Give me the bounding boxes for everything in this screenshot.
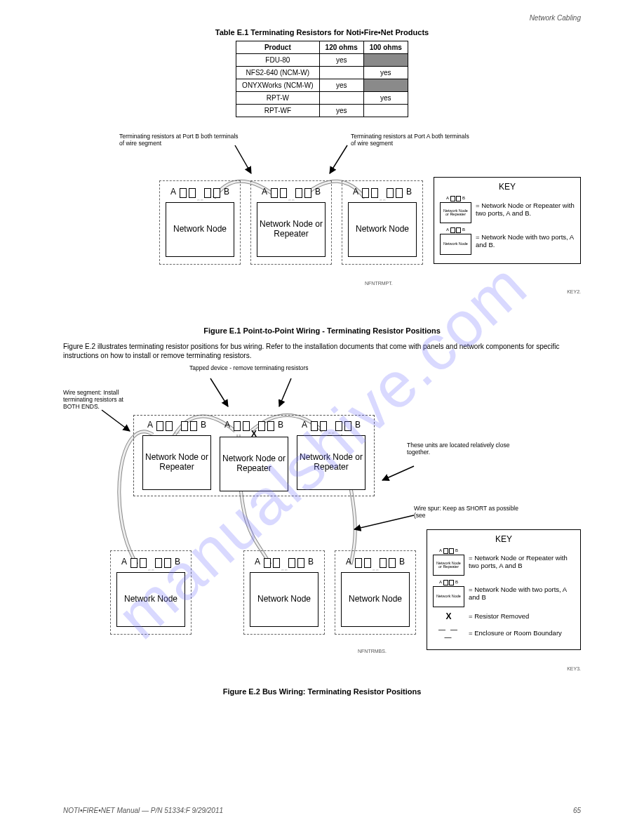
network-node: A B ⎓ ⎓ Network Node xyxy=(166,187,234,257)
svg-line-4 xyxy=(279,378,291,406)
fig2-label-close: These units are located relatively close… xyxy=(407,442,512,456)
port-b-label: B xyxy=(455,548,458,554)
port-b-label: B xyxy=(315,187,321,197)
page: Network Cabling Table E.1 Terminating Re… xyxy=(0,0,644,834)
key-dash-icon: — — — xyxy=(433,626,464,641)
table-header: Product 120 ohms 100 ohms xyxy=(236,41,408,54)
enclosure: A B ⎓ ⎓ Network Node xyxy=(159,180,241,265)
network-node: A B ⎓ ⎓ Network Node xyxy=(348,187,417,257)
key-text: = Enclosure or Room Boundary xyxy=(469,630,562,637)
fig2-label-spur: Wire spur: Keep as SHORT as possible (se… xyxy=(414,505,519,519)
svg-line-3 xyxy=(210,378,228,406)
node-label: Network Node or Repeater xyxy=(142,435,211,490)
cell: ONYXWorks (NCM-W) xyxy=(236,79,319,92)
network-node: A B ⎓ ⎓ Network Node xyxy=(341,557,410,627)
network-node: A B ⎓ ⎓ Network Node xyxy=(250,557,318,627)
key-title: KEY xyxy=(440,182,575,192)
port-a-label: A xyxy=(353,187,358,197)
enclosure: A B ⎓ ⎓ Network Node xyxy=(243,550,325,635)
node-label: Network Node xyxy=(348,202,417,257)
key-x-icon: X xyxy=(433,611,464,621)
port-a-label: A xyxy=(147,420,153,430)
port-b-label: B xyxy=(175,557,180,567)
port-a-label: A xyxy=(346,557,351,567)
node-label: Network Node or Repeater xyxy=(297,435,365,490)
table-row: FDU-80 yes xyxy=(236,54,408,67)
cell xyxy=(363,79,408,92)
network-node-repeater: A B ⎓ ⎓ Network Node or Repeater xyxy=(257,187,326,257)
port-a-label: A xyxy=(121,557,127,567)
svg-line-0 xyxy=(235,145,251,173)
cell xyxy=(319,67,363,79)
network-node-repeater: A B ⎓ ⎓ Network Node or Repeater xyxy=(142,420,211,490)
svg-line-1 xyxy=(330,145,347,173)
figure-e1: Terminating resistors at Port B both ter… xyxy=(63,138,581,321)
key-title: KEY xyxy=(433,534,575,544)
port-b-label: B xyxy=(224,187,229,197)
fig2-label-wire-seg: Wire segment: Install terminating resist… xyxy=(63,389,126,410)
enclosure: A B ⎓ ⎓ Network Node xyxy=(110,550,192,635)
resistor-removed-icon: X xyxy=(251,431,257,437)
cell xyxy=(363,105,408,117)
port-a-label: A xyxy=(170,187,176,197)
fig2-label-tapped: Tapped device - remove terminating resis… xyxy=(189,364,372,371)
node-label: Network Node xyxy=(116,572,185,627)
footer-page-number: 65 xyxy=(573,807,581,814)
port-a-label: A xyxy=(224,420,230,430)
cell xyxy=(319,92,363,105)
mid-paragraph: Figure E.2 illustrates terminating resis… xyxy=(63,342,581,360)
cell: yes xyxy=(363,92,408,105)
cell: yes xyxy=(363,67,408,79)
svg-line-2 xyxy=(102,410,130,431)
cell: NFS2-640 (NCM-W) xyxy=(236,67,319,79)
fig2-cite: NFNTRMBS. xyxy=(358,649,387,654)
port-a-label: A xyxy=(255,557,260,567)
port-b-label: B xyxy=(406,187,412,197)
col-100: 100 ohms xyxy=(363,41,408,54)
node-label: Network Node xyxy=(250,572,318,627)
port-a-label: A xyxy=(446,227,449,233)
header-right: Network Cabling xyxy=(530,14,581,22)
key-node: Network Node xyxy=(433,586,464,607)
col-120: 120 ohms xyxy=(319,41,363,54)
port-b-label: B xyxy=(355,420,361,430)
key-text: = Resistor Removed xyxy=(469,613,529,621)
key-node-repeater: Network Node or Repeater xyxy=(440,202,471,223)
cell xyxy=(363,54,408,67)
enclosure: A B ⎓ ⎓ Network Node or Repeater xyxy=(250,180,332,265)
port-b-label: B xyxy=(201,420,206,430)
fig2-title: Figure E.2 Bus Wiring: Terminating Resis… xyxy=(63,687,581,696)
node-label: Network Node xyxy=(341,572,410,627)
table-row: RPT-WF yes xyxy=(236,105,408,117)
port-b-label: B xyxy=(308,557,314,567)
fig1-key-cite: KEY2. xyxy=(567,289,581,294)
cell: RPT-WF xyxy=(236,105,319,117)
key-text: = Network Node or Repeater with two port… xyxy=(476,202,575,218)
room-boundary: A B ⎓ ⎓ Network Node or Repeater A xyxy=(133,415,375,496)
cell: yes xyxy=(319,105,363,117)
cell: FDU-80 xyxy=(236,54,319,67)
fig2-key-cite: KEY3. xyxy=(567,666,581,671)
fig1-key: KEY AB Network Node or Repeater = Networ… xyxy=(434,177,581,264)
key-text: = Network Node with two ports, A and B. xyxy=(476,234,575,249)
node-label: Network Node or Repeater xyxy=(257,202,326,257)
cell: RPT-W xyxy=(236,92,319,105)
enclosure: A B ⎓ ⎓ Network Node xyxy=(342,180,423,265)
col-product: Product xyxy=(236,41,319,54)
network-node-repeater-tapped: A B X Network Node or Repeater xyxy=(220,420,288,491)
footer-left: NOTI•FIRE•NET Manual — P/N 51334:F 9/29/… xyxy=(63,807,223,814)
fig1-title: Figure E.1 Point-to-Point Wiring - Termi… xyxy=(63,326,581,335)
resistor-table: Product 120 ohms 100 ohms FDU-80 yes NFS… xyxy=(236,41,408,117)
figure-e2: Wire segment: Install terminating resist… xyxy=(63,371,581,673)
port-b-label: B xyxy=(399,557,405,567)
key-node-repeater: Network Node or Repeater xyxy=(433,555,464,576)
svg-line-5 xyxy=(382,466,414,480)
table-row: ONYXWorks (NCM-W) yes xyxy=(236,79,408,92)
key-node: Network Node xyxy=(440,234,471,255)
fig1-cite: NFNTRMPT. xyxy=(365,281,393,286)
network-node: A B ⎓ ⎓ Network Node xyxy=(116,557,185,627)
port-b-label: B xyxy=(278,420,283,430)
key-text: = Network Node or Repeater with two port… xyxy=(469,555,575,570)
table-row: RPT-W yes xyxy=(236,92,408,105)
port-a-label: A xyxy=(446,196,449,201)
